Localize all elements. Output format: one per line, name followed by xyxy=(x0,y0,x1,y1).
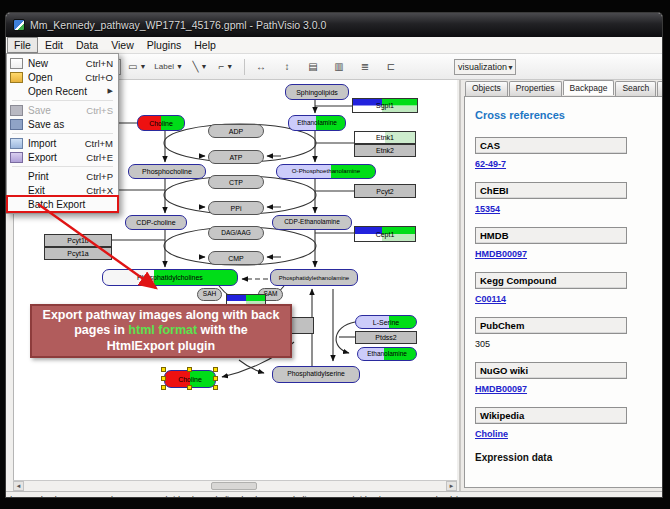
menu-item-label: Exit xyxy=(28,185,86,196)
file-menu-item-new[interactable]: NewCtrl+N xyxy=(8,56,117,70)
menubar-item-view[interactable]: View xyxy=(105,38,140,52)
node-label: ATP xyxy=(229,154,242,161)
menubar-item-edit[interactable]: Edit xyxy=(39,38,69,52)
node-label: Cept1 xyxy=(376,231,395,238)
node-label: Pcyt2 xyxy=(376,188,394,195)
file-menu-item-print[interactable]: PrintCtrl+P xyxy=(8,169,117,183)
pathway-node-choline-top[interactable]: Choline xyxy=(137,115,185,131)
pathway-node-o-phosphoethanolamine[interactable]: O-Phosphoethanolamine xyxy=(276,164,376,179)
pathway-node-cdp-choline[interactable]: CDP-choline xyxy=(125,215,187,230)
align-horizontal-button[interactable]: ↔ xyxy=(251,58,271,76)
line-tool-button[interactable]: ╲▼ xyxy=(190,58,210,76)
pathway-node-adp[interactable]: ADP xyxy=(208,124,264,138)
selection-handle[interactable] xyxy=(187,385,192,390)
tab-properties[interactable]: Properties xyxy=(509,81,562,96)
file-menu-item-open[interactable]: OpenCtrl+O xyxy=(8,70,117,84)
pathway-node-sgpl1[interactable]: Sgpl1 xyxy=(352,98,418,113)
file-menu-item-import[interactable]: ImportCtrl+M xyxy=(8,136,117,150)
selection-handle[interactable] xyxy=(213,367,218,372)
pathway-node-ppi[interactable]: PPi xyxy=(208,201,264,215)
toolbar-separator xyxy=(244,59,245,75)
selection-handle[interactable] xyxy=(161,376,166,381)
node-label: ADP xyxy=(229,128,243,135)
node-label: Etnk2 xyxy=(376,147,394,154)
status-bar: | Gene database: ...m_Derby_20120602.bri… xyxy=(6,491,662,498)
stack-vertical-button[interactable]: ▥ xyxy=(329,58,349,76)
menu-item-shortcut: Ctrl+E xyxy=(86,152,113,163)
scroll-left-icon[interactable]: ◄ xyxy=(13,481,24,491)
pathway-node-phosphatidylethanolamine[interactable]: Phosphatidylethanolamine xyxy=(270,269,358,286)
pathway-node-ethanolamine-top[interactable]: Ethanolamine xyxy=(288,115,346,131)
connector-tool-button[interactable]: ⌐▼ xyxy=(216,58,236,76)
pathway-node-sah[interactable]: SAH xyxy=(197,288,222,301)
scroll-right-icon[interactable]: ► xyxy=(446,481,457,491)
pathway-node-cmp[interactable]: CMP xyxy=(208,251,264,265)
pathway-node-phosphatidylserine[interactable]: Phosphatidylserine xyxy=(272,366,360,383)
title-bar[interactable]: Mm_Kennedy_pathway_WP1771_45176.gpml - P… xyxy=(6,13,662,37)
crossref-link[interactable]: HMDB00097 xyxy=(475,249,662,259)
crossref-link[interactable]: Choline xyxy=(475,429,662,439)
align-horizontal-icon: ↔ xyxy=(256,61,266,72)
menu-item-label: New xyxy=(28,58,86,69)
file-menu-item-export[interactable]: ExportCtrl+E xyxy=(8,150,117,164)
pathway-node-pcyt1b[interactable]: Pcyt1b xyxy=(44,234,112,247)
pathway-node-ethanolamine-bottom[interactable]: Ethanolamine xyxy=(357,347,417,361)
menubar-item-help[interactable]: Help xyxy=(188,38,222,52)
scrollbar-thumb[interactable] xyxy=(211,482,257,490)
tab-legend[interactable]: Legend xyxy=(657,81,663,96)
selection-handle[interactable] xyxy=(161,367,166,372)
pathway-node-dag-aag[interactable]: DAG/AAG xyxy=(208,226,264,240)
pathway-node-l-serine[interactable]: L-Serine xyxy=(355,315,417,329)
common-size-button[interactable]: ≣ xyxy=(355,58,375,76)
pathway-node-phosphatidylcholines[interactable]: Phosphatidylcholines xyxy=(102,269,238,286)
selection-handle[interactable] xyxy=(161,385,166,390)
menu-item-shortcut: ▶ xyxy=(108,87,113,95)
stack-horizontal-button[interactable]: ▤ xyxy=(303,58,323,76)
visualization-combobox[interactable]: visualization ▼ xyxy=(454,59,516,75)
crossref-link[interactable]: C00114 xyxy=(475,294,662,304)
tab-search[interactable]: Search xyxy=(615,81,656,96)
node-label: Choline xyxy=(178,376,202,383)
file-menu-item-batch-export[interactable]: Batch Export xyxy=(8,197,117,211)
node-label: Phosphatidylcholines xyxy=(137,274,203,281)
crossref-link[interactable]: HMDB00097 xyxy=(475,384,662,394)
new-panel-button[interactable]: ⊏ xyxy=(381,58,401,76)
menubar-item-file[interactable]: File xyxy=(7,37,38,53)
file-menu-item-open-recent[interactable]: Open Recent▶ xyxy=(8,84,117,98)
node-label: Ptdss2 xyxy=(375,334,396,341)
pathway-node-phosphocholine[interactable]: Phosphocholine xyxy=(128,164,206,179)
pathway-node-pcyt2[interactable]: Pcyt2 xyxy=(354,184,416,198)
file-menu-item-exit[interactable]: ExitCtrl+X xyxy=(8,183,117,197)
pathway-node-ptdss2[interactable]: Ptdss2 xyxy=(355,331,417,344)
menubar-item-data[interactable]: Data xyxy=(70,38,104,52)
pathway-node-cept1[interactable]: Cept1 xyxy=(354,226,416,242)
horizontal-scrollbar[interactable]: ◄ ► xyxy=(13,480,457,491)
selection-handle[interactable] xyxy=(187,367,192,372)
menu-separator xyxy=(12,100,113,101)
pathway-node-etnk2[interactable]: Etnk2 xyxy=(354,144,416,157)
align-vertical-icon: ↕ xyxy=(284,61,289,72)
gene-tool-button[interactable]: ▭▼ xyxy=(127,58,147,76)
tab-backpage[interactable]: Backpage xyxy=(563,80,615,95)
pathway-node-ctp[interactable]: CTP xyxy=(208,175,264,189)
crossref-db-header: PubChem xyxy=(475,317,627,334)
pathway-node-pcyt1a[interactable]: Pcyt1a xyxy=(44,247,112,260)
expression-data-heading: Expression data xyxy=(475,452,662,463)
chevron-down-icon: ▼ xyxy=(200,63,207,70)
pathway-node-atp[interactable]: ATP xyxy=(208,150,264,164)
menubar-item-plugins[interactable]: Plugins xyxy=(141,38,187,52)
crossref-link[interactable]: 15354 xyxy=(475,204,662,214)
file-menu-item-save-as[interactable]: Save as xyxy=(8,117,117,131)
selection-handle[interactable] xyxy=(213,385,218,390)
tab-objects[interactable]: Objects xyxy=(465,81,508,96)
align-vertical-button[interactable]: ↕ xyxy=(277,58,297,76)
selection-handle[interactable] xyxy=(213,376,218,381)
label-tool-button[interactable]: Label▼ xyxy=(153,58,184,76)
pathway-node-sphingolipids[interactable]: Sphingolipids xyxy=(285,84,349,100)
menu-separator xyxy=(12,166,113,167)
crossref-link[interactable]: 62-49-7 xyxy=(475,159,662,169)
node-label: Pcyt1b xyxy=(67,237,88,244)
cross-references-list: CAS62-49-7ChEBI15354HMDBHMDB00097Kegg Co… xyxy=(475,137,662,439)
pathway-node-cdp-ethanolamine[interactable]: CDP-Ethanolamine xyxy=(272,215,352,230)
pathway-node-etnk1[interactable]: Etnk1 xyxy=(354,131,416,144)
